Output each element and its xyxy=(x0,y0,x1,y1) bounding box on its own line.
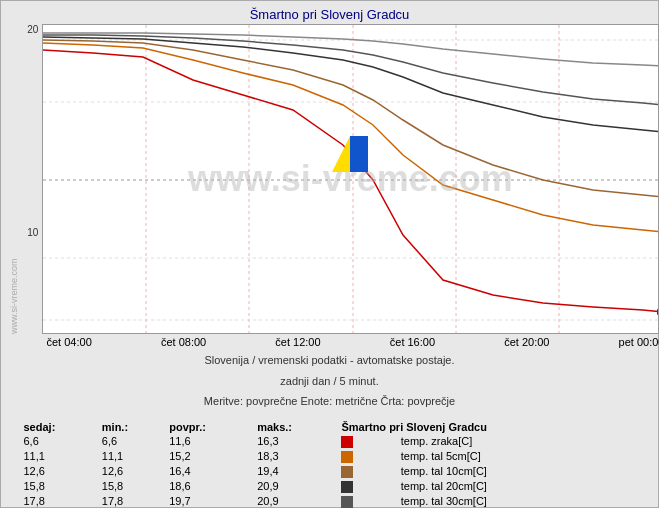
legend-label: temp. zraka[C] xyxy=(397,434,640,449)
cell-sedaj: 6,6 xyxy=(20,434,98,449)
y-axis: 20 10 xyxy=(21,24,43,334)
subtitle-1: Slovenija / vremenski podatki - avtomats… xyxy=(204,352,454,369)
x-axis: čet 04:00 čet 08:00 čet 12:00 čet 16:00 … xyxy=(47,336,660,348)
cell-sedaj: 17,8 xyxy=(20,494,98,508)
cell-povpr: 15,2 xyxy=(165,449,253,464)
col-header-povpr: povpr.: xyxy=(165,420,253,434)
logo-icon xyxy=(332,136,368,172)
cell-min: 11,1 xyxy=(98,449,165,464)
chart-canvas: www.si-vreme.com xyxy=(42,24,658,334)
data-table-wrapper: sedaj: min.: povpr.: maks.: Šmartno pri … xyxy=(20,414,640,509)
legend-label: temp. tal 20cm[C] xyxy=(397,479,640,494)
cell-min: 6,6 xyxy=(98,434,165,449)
table-row: 17,8 17,8 19,7 20,9 temp. tal 30cm[C] xyxy=(20,494,640,508)
cell-povpr: 16,4 xyxy=(165,464,253,479)
cell-maks: 19,4 xyxy=(253,464,337,479)
legend-label: temp. tal 5cm[C] xyxy=(397,449,640,464)
table-row: 15,8 15,8 18,6 20,9 temp. tal 20cm[C] xyxy=(20,479,640,494)
cell-maks: 20,9 xyxy=(253,494,337,508)
subtitle-3: Meritve: povprečne Enote: metrične Črta:… xyxy=(204,393,455,410)
site-label: www.si-vreme.com xyxy=(9,24,19,334)
table-row: 12,6 12,6 16,4 19,4 temp. tal 10cm[C] xyxy=(20,464,640,479)
subtitle-2: zadnji dan / 5 minut. xyxy=(280,373,378,390)
cell-povpr: 11,6 xyxy=(165,434,253,449)
cell-sedaj: 12,6 xyxy=(20,464,98,479)
x-label-1: čet 08:00 xyxy=(161,336,206,348)
legend-color-cell xyxy=(337,449,396,464)
col-header-min: min.: xyxy=(98,420,165,434)
svg-marker-12 xyxy=(332,136,350,172)
cell-maks: 18,3 xyxy=(253,449,337,464)
page-container: Šmartno pri Slovenj Gradcu www.si-vreme.… xyxy=(0,0,659,508)
cell-maks: 16,3 xyxy=(253,434,337,449)
x-label-0: čet 04:00 xyxy=(47,336,92,348)
legend-color-cell xyxy=(337,434,396,449)
grid-svg xyxy=(43,25,657,333)
cell-sedaj: 15,8 xyxy=(20,479,98,494)
x-label-4: čet 20:00 xyxy=(504,336,549,348)
legend-color-cell xyxy=(337,464,396,479)
x-label-2: čet 12:00 xyxy=(275,336,320,348)
col-header-maks: maks.: xyxy=(253,420,337,434)
col-header-sedaj: sedaj: xyxy=(20,420,98,434)
col-header-legend: Šmartno pri Slovenj Gradcu xyxy=(337,420,639,434)
cell-min: 15,8 xyxy=(98,479,165,494)
cell-povpr: 19,7 xyxy=(165,494,253,508)
cell-min: 17,8 xyxy=(98,494,165,508)
legend-color-cell xyxy=(337,479,396,494)
chart-title: Šmartno pri Slovenj Gradcu xyxy=(250,7,410,22)
x-label-5: pet 00:00 xyxy=(619,336,659,348)
table-row: 6,6 6,6 11,6 16,3 temp. zraka[C] xyxy=(20,434,640,449)
data-table: sedaj: min.: povpr.: maks.: Šmartno pri … xyxy=(20,420,640,509)
legend-label: temp. tal 30cm[C] xyxy=(397,494,640,508)
table-row: 11,1 11,1 15,2 18,3 temp. tal 5cm[C] xyxy=(20,449,640,464)
legend-label: temp. tal 10cm[C] xyxy=(397,464,640,479)
cell-sedaj: 11,1 xyxy=(20,449,98,464)
cell-min: 12,6 xyxy=(98,464,165,479)
x-label-3: čet 16:00 xyxy=(390,336,435,348)
cell-maks: 20,9 xyxy=(253,479,337,494)
legend-color-cell xyxy=(337,494,396,508)
svg-marker-13 xyxy=(350,136,368,172)
cell-povpr: 18,6 xyxy=(165,479,253,494)
